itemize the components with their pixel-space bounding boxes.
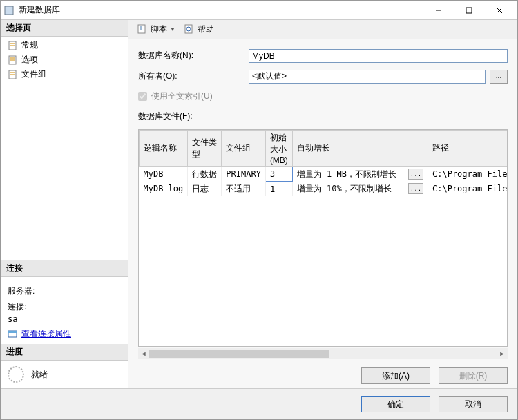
close-button[interactable] (484, 1, 515, 19)
col-file-type[interactable]: 文件类型 (188, 130, 222, 166)
window: 新建数据库 选择页 常规 选项 文件组 (0, 0, 518, 420)
page-label: 文件组 (21, 68, 46, 80)
owner-browse-button[interactable]: ... (490, 70, 508, 84)
cell-path[interactable]: C:\Program Files\Mic (428, 182, 508, 196)
col-autogrowth[interactable]: 自动增长 (292, 130, 401, 166)
cell-logical-name[interactable]: MyDB (140, 166, 188, 182)
page-icon (8, 69, 19, 80)
right-panel: 脚本 ▼ 帮助 数据库名称(N): 所有者(O): ... (128, 20, 517, 388)
maximize-button[interactable] (454, 1, 484, 19)
progress-section: 就绪 (1, 361, 128, 388)
view-connection-props-link[interactable]: 查看连接属性 (21, 328, 71, 340)
page-item-filegroups[interactable]: 文件组 (1, 67, 128, 82)
owner-input[interactable] (249, 70, 486, 84)
db-name-input[interactable] (249, 49, 508, 63)
script-button[interactable]: 脚本 ▼ (134, 22, 178, 37)
spinner-icon (8, 366, 24, 383)
page-icon (8, 55, 19, 66)
progress-status: 就绪 (31, 369, 48, 381)
connection-props-icon (8, 329, 19, 340)
page-list: 常规 选项 文件组 (1, 37, 128, 83)
form-area: 数据库名称(N): 所有者(O): ... 使用全文索引(U) 数据库文件(F)… (128, 39, 517, 129)
chevron-down-icon: ▼ (170, 26, 175, 32)
db-name-label: 数据库名称(N): (138, 50, 249, 61)
cancel-button[interactable]: 取消 (439, 396, 508, 412)
autogrowth-edit-button[interactable]: ... (408, 169, 423, 180)
script-label: 脚本 (151, 23, 167, 35)
select-page-header: 选择页 (1, 20, 128, 37)
page-item-general[interactable]: 常规 (1, 38, 128, 52)
table-row[interactable]: MyDB 行数据 PRIMARY 3 增量为 1 MB，不限制增长 ... C:… (140, 166, 508, 182)
scroll-left-icon[interactable]: ◄ (138, 348, 149, 359)
add-button[interactable]: 添加(A) (361, 368, 430, 384)
conn-label: 连接: (8, 301, 121, 313)
col-filegroup[interactable]: 文件组 (222, 130, 266, 166)
minimize-button[interactable] (423, 1, 454, 19)
progress-header: 进度 (1, 344, 128, 361)
cell-initial-size[interactable]: 3 (265, 166, 292, 182)
scroll-right-icon[interactable]: ► (497, 348, 508, 359)
page-label: 常规 (21, 39, 38, 51)
page-icon (8, 40, 19, 51)
page-label: 选项 (21, 54, 38, 66)
cell-autogrowth[interactable]: 增量为 1 MB，不限制增长 (292, 166, 401, 182)
connection-header: 连接 (1, 260, 128, 277)
toolbar: 脚本 ▼ 帮助 (128, 20, 517, 39)
titlebar: 新建数据库 (1, 1, 517, 20)
window-title: 新建数据库 (19, 4, 423, 16)
svg-rect-2 (466, 8, 472, 13)
ok-button[interactable]: 确定 (361, 396, 430, 412)
col-logical-name[interactable]: 逻辑名称 (140, 130, 188, 166)
table-row[interactable]: MyDB_log 日志 不适用 1 增量为 10%，不限制增长 ... C:\P… (140, 182, 508, 196)
cell-initial-size[interactable]: 1 (265, 182, 292, 196)
scroll-thumb[interactable] (149, 350, 329, 358)
files-grid[interactable]: 逻辑名称 文件类型 文件组 初始大小(MB) 自动增长 路径 MyDB 行数据 (138, 129, 508, 347)
cell-autogrowth[interactable]: 增量为 10%，不限制增长 (292, 182, 401, 196)
cell-filegroup[interactable]: PRIMARY (222, 166, 266, 182)
fulltext-label: 使用全文索引(U) (151, 90, 213, 102)
cell-file-type[interactable]: 日志 (188, 182, 222, 196)
col-initial-size[interactable]: 初始大小(MB) (265, 130, 292, 166)
fulltext-checkbox (138, 92, 147, 101)
cell-path[interactable]: C:\Program Files\Mic (428, 166, 508, 182)
help-label: 帮助 (198, 23, 214, 35)
conn-value: sa (8, 314, 121, 324)
help-button[interactable]: 帮助 (181, 22, 217, 37)
left-panel: 选择页 常规 选项 文件组 连接 服务器: 连 (1, 20, 128, 388)
cell-logical-name[interactable]: MyDB_log (140, 182, 188, 196)
horizontal-scrollbar[interactable]: ◄ ► (138, 348, 508, 359)
remove-button: 删除(R) (439, 368, 508, 384)
dialog-footer: 确定 取消 (1, 388, 517, 419)
cell-file-type[interactable]: 行数据 (188, 166, 222, 182)
app-icon (3, 5, 15, 16)
col-path[interactable]: 路径 (428, 130, 508, 166)
help-icon (184, 23, 195, 35)
svg-rect-0 (5, 6, 13, 15)
svg-rect-15 (8, 331, 17, 333)
page-item-options[interactable]: 选项 (1, 52, 128, 67)
cell-filegroup[interactable]: 不适用 (222, 182, 266, 196)
script-icon (137, 23, 148, 35)
files-label: 数据库文件(F): (138, 111, 508, 122)
connection-section: 服务器: 连接: sa 查看连接属性 (1, 277, 128, 344)
server-label: 服务器: (8, 285, 121, 297)
owner-label: 所有者(O): (138, 70, 249, 82)
autogrowth-edit-button[interactable]: ... (408, 183, 423, 194)
